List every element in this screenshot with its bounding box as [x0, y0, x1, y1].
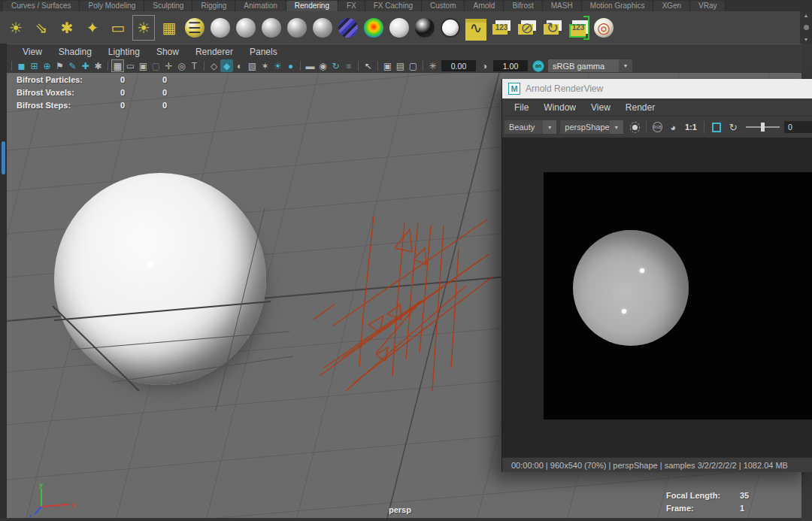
- rendered-image[interactable]: [544, 172, 812, 420]
- resolution-gate-icon[interactable]: ▣: [137, 59, 150, 72]
- plate-icon[interactable]: ■: [342, 59, 355, 72]
- menu-shading[interactable]: Shading: [50, 47, 100, 57]
- gamma-icon[interactable]: ◑: [478, 59, 491, 72]
- menu-lighting[interactable]: Lighting: [100, 47, 148, 57]
- field-chart-icon[interactable]: ✛: [162, 59, 175, 72]
- render-camera-dropdown[interactable]: perspShape ▼: [560, 120, 623, 134]
- renderview-menu-view[interactable]: View: [583, 102, 618, 113]
- ssao-icon[interactable]: ◉: [317, 59, 329, 72]
- camera-icon[interactable]: ◼: [15, 59, 28, 72]
- rgb-channel-icon[interactable]: RGB: [653, 122, 662, 132]
- camera-light-icon[interactable]: ▦: [156, 14, 182, 42]
- wireframe-icon[interactable]: ◇: [208, 59, 220, 72]
- render-settings-icon[interactable]: ☰: [182, 14, 208, 42]
- tab-sculpting[interactable]: Sculpting: [144, 1, 192, 11]
- restart-render-sequence-icon[interactable]: ↻: [540, 14, 565, 42]
- renderview-menu-file[interactable]: File: [507, 102, 536, 113]
- gamma-field[interactable]: 1.00: [493, 60, 528, 71]
- crop-region-icon[interactable]: [712, 123, 721, 132]
- shadows-icon[interactable]: ▬: [304, 59, 317, 72]
- arnold-renderview-window[interactable]: M Arnold RenderView FileWindowViewRender…: [501, 79, 812, 472]
- tab-bifrost[interactable]: Bifrost: [504, 1, 542, 11]
- area-light-icon[interactable]: ▭: [105, 14, 131, 42]
- menu-panels[interactable]: Panels: [241, 47, 286, 57]
- lambert-material-icon[interactable]: [233, 14, 259, 42]
- chevron-down-icon[interactable]: ▼: [619, 59, 632, 72]
- colorspace-dropdown[interactable]: sRGB gamma▼: [548, 59, 632, 72]
- tab-poly-modeling[interactable]: Poly Modeling: [80, 1, 144, 11]
- batch-render-icon[interactable]: 123: [565, 14, 591, 42]
- anisotropic-material-icon[interactable]: [310, 14, 335, 42]
- scroll-thumb[interactable]: [804, 25, 809, 30]
- scene-sphere[interactable]: [54, 173, 266, 385]
- light-locator[interactable]: [147, 262, 153, 268]
- safe-action-icon[interactable]: ◎: [175, 59, 188, 72]
- phong-material-icon[interactable]: [284, 14, 310, 42]
- snapshot-icon[interactable]: ▢: [407, 59, 420, 72]
- left-panel-divider[interactable]: [0, 44, 7, 521]
- lightbulb-icon[interactable]: ☀: [271, 59, 284, 72]
- surface-shader-icon[interactable]: [386, 14, 412, 42]
- render-region-icon[interactable]: [630, 122, 640, 133]
- isolate-select-icon[interactable]: ↖: [362, 59, 374, 72]
- renderview-titlebar[interactable]: M Arnold RenderView: [502, 79, 812, 98]
- safe-title-icon[interactable]: T: [188, 59, 201, 72]
- chevron-down-icon[interactable]: ▼: [610, 120, 623, 134]
- tab-curves-surfaces[interactable]: Curves / Surfaces: [3, 1, 80, 11]
- camera-lock-icon[interactable]: ⊞: [28, 59, 41, 72]
- zoom-1-1-button[interactable]: 1:1: [685, 123, 697, 132]
- update-render-icon[interactable]: ↻: [727, 120, 740, 135]
- tab-mash[interactable]: MASH: [543, 1, 582, 11]
- tab-fx[interactable]: FX: [338, 1, 365, 11]
- tab-custom[interactable]: Custom: [422, 1, 465, 11]
- scroll-up-icon[interactable]: ▲: [804, 13, 809, 18]
- exposure-value-field[interactable]: 0: [784, 121, 812, 133]
- xray-icon[interactable]: ●: [284, 59, 297, 72]
- ambient-light-icon[interactable]: ☀: [3, 14, 29, 42]
- tab-xgen[interactable]: XGen: [653, 1, 690, 11]
- gate-mask-icon[interactable]: ▢: [150, 59, 162, 72]
- tab-animation[interactable]: Animation: [235, 1, 286, 11]
- standard-surface-material-icon[interactable]: [208, 14, 233, 42]
- paste-view-icon[interactable]: ▤: [394, 59, 407, 72]
- blinn-material-icon[interactable]: [259, 14, 284, 42]
- aov-dropdown[interactable]: Beauty ▼: [504, 120, 556, 134]
- snap-icon[interactable]: ✚: [79, 59, 92, 72]
- menu-view[interactable]: View: [14, 47, 50, 57]
- use-background-icon[interactable]: [412, 14, 438, 42]
- ipr-render-icon[interactable]: ∿: [463, 14, 489, 42]
- tab-rendering[interactable]: Rendering: [286, 1, 338, 11]
- scroll-down-icon[interactable]: ▼: [804, 37, 809, 42]
- renderview-menu-window[interactable]: Window: [536, 102, 583, 113]
- exposure-field[interactable]: 0.00: [441, 60, 476, 71]
- volume-light-icon[interactable]: ☀: [131, 14, 156, 42]
- copy-view-icon[interactable]: ▣: [381, 59, 394, 72]
- pencil-icon[interactable]: ✎: [66, 59, 79, 72]
- tab-fx-caching[interactable]: FX Caching: [365, 1, 422, 11]
- slider-handle[interactable]: [761, 123, 765, 132]
- tab-arnold[interactable]: Arnold: [465, 1, 504, 11]
- directional-light-icon[interactable]: ⇘: [29, 14, 54, 42]
- exposure-icon[interactable]: ✳: [426, 59, 439, 72]
- env-ball-icon[interactable]: [438, 14, 463, 42]
- exposure-slider[interactable]: [746, 126, 780, 128]
- textured-icon[interactable]: ▧: [246, 59, 259, 72]
- tab-motion-graphics[interactable]: Motion Graphics: [582, 1, 654, 11]
- render-display-area[interactable]: [502, 138, 812, 457]
- renderview-menu-render[interactable]: Render: [618, 102, 662, 113]
- film-gate-icon[interactable]: ▭: [124, 59, 137, 72]
- render-current-frame-icon[interactable]: ◎: [591, 14, 617, 42]
- color-management-toggle[interactable]: on: [532, 60, 544, 72]
- camera-aim-icon[interactable]: ⊕: [41, 59, 53, 72]
- panel-grab-handle[interactable]: [2, 141, 5, 174]
- alpha-channel-icon[interactable]: ◕: [667, 120, 680, 135]
- point-light-icon[interactable]: ✱: [54, 14, 80, 42]
- use-all-lights-icon[interactable]: ✶: [259, 59, 271, 72]
- wireframe-on-shaded-icon[interactable]: ◐: [233, 59, 246, 72]
- bookmark-icon[interactable]: ⚑: [53, 59, 66, 72]
- menu-show[interactable]: Show: [148, 47, 187, 57]
- smooth-shade-icon[interactable]: ◆: [220, 59, 233, 72]
- spot-light-icon[interactable]: ✦: [80, 14, 105, 42]
- tab-rigging[interactable]: Rigging: [192, 1, 235, 11]
- menu-renderer[interactable]: Renderer: [187, 47, 241, 57]
